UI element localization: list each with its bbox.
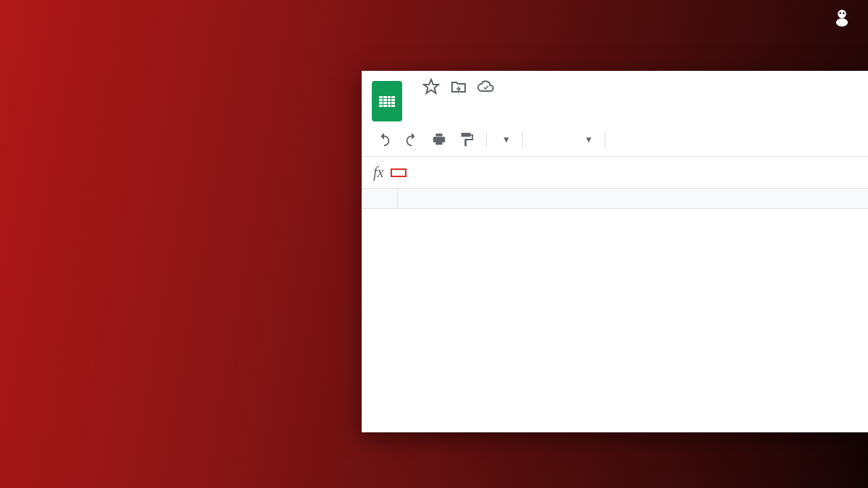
- svg-point-2: [840, 12, 841, 14]
- sheets-header: [362, 71, 868, 121]
- formula-input[interactable]: [391, 168, 407, 177]
- paint-format-button[interactable]: [459, 132, 475, 147]
- star-icon[interactable]: [422, 78, 440, 95]
- format-more[interactable]: ▼: [581, 134, 593, 145]
- cloud-saved-icon[interactable]: [477, 78, 495, 95]
- svg-point-3: [843, 12, 844, 14]
- spreadsheet-grid[interactable]: [362, 189, 868, 209]
- undo-button[interactable]: [376, 132, 392, 147]
- move-folder-icon[interactable]: [450, 78, 467, 95]
- toolbar-divider: [605, 132, 605, 147]
- toolbar-divider: [486, 132, 487, 147]
- zoom-selector[interactable]: ▼: [498, 134, 511, 145]
- svg-point-0: [838, 10, 846, 19]
- toolbar: ▼ ▼: [362, 121, 868, 157]
- row-headers: [362, 189, 398, 209]
- svg-marker-4: [424, 80, 438, 93]
- formula-bar: fx: [362, 157, 868, 189]
- print-button[interactable]: [431, 132, 447, 147]
- sheets-app-icon[interactable]: [372, 81, 402, 121]
- caret-down-icon: ▼: [502, 134, 511, 145]
- penguin-icon: [832, 7, 852, 27]
- brand-logo: [830, 7, 852, 27]
- toolbar-divider: [522, 132, 523, 147]
- select-all-corner[interactable]: [362, 189, 397, 209]
- col-headers: [398, 189, 868, 209]
- sheets-window: ▼ ▼ fx: [362, 71, 868, 432]
- caret-down-icon: ▼: [584, 134, 593, 145]
- svg-point-1: [836, 18, 848, 27]
- fx-icon: fx: [373, 164, 383, 181]
- redo-button[interactable]: [404, 132, 420, 147]
